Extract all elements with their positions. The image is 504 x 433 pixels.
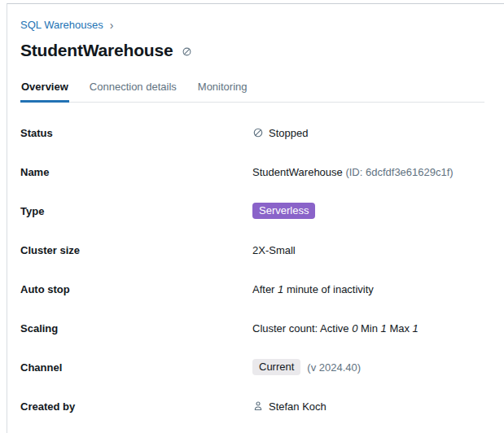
scaling-min-count: 1 bbox=[381, 322, 387, 335]
breadcrumb-link-sql-warehouses[interactable]: SQL Warehouses bbox=[20, 19, 103, 32]
warehouse-detail-panel: SQL Warehouses › StudentWarehouse Overvi… bbox=[7, 3, 504, 433]
row-status: Status Stopped bbox=[20, 113, 484, 152]
row-cluster-size: Cluster size 2X-Small bbox=[20, 230, 484, 269]
scaling-value: Cluster count: Active 0 Min 1 Max 1 bbox=[252, 322, 419, 335]
scaling-max-label: Max bbox=[387, 322, 413, 335]
channel-badge: Current bbox=[252, 359, 300, 375]
row-type: Type Serverless bbox=[20, 191, 484, 230]
tab-monitoring[interactable]: Monitoring bbox=[197, 77, 248, 102]
page-header: StudentWarehouse bbox=[20, 39, 484, 62]
auto-stop-minutes: 1 bbox=[278, 283, 283, 295]
cluster-size-label: Cluster size bbox=[20, 244, 252, 256]
created-by-value: Stefan Koch bbox=[252, 400, 327, 413]
channel-value: Current (v 2024.40) bbox=[252, 359, 361, 375]
channel-label: Channel bbox=[20, 361, 252, 374]
created-by-label: Created by bbox=[20, 400, 252, 413]
user-icon bbox=[252, 400, 264, 412]
warehouse-id-text: (ID: 6dcfdf3e61629c1f) bbox=[343, 166, 454, 178]
type-value: Serverless bbox=[252, 203, 315, 219]
tab-bar: Overview Connection details Monitoring bbox=[20, 77, 484, 103]
cluster-size-text: 2X-Small bbox=[252, 244, 296, 256]
auto-stop-label: Auto stop bbox=[20, 283, 252, 295]
tab-overview[interactable]: Overview bbox=[20, 77, 69, 102]
name-value: StudentWarehouse (ID: 6dcfdf3e61629c1f) bbox=[252, 166, 454, 178]
auto-stop-suffix: minute of inactivity bbox=[283, 283, 374, 295]
scaling-min-label: Min bbox=[357, 322, 380, 335]
circle-slash-icon bbox=[182, 46, 192, 57]
row-scaling: Scaling Cluster count: Active 0 Min 1 Ma… bbox=[20, 308, 484, 348]
row-name: Name StudentWarehouse (ID: 6dcfdf3e61629… bbox=[20, 152, 484, 191]
scaling-max-count: 1 bbox=[413, 322, 419, 335]
status-label: Status bbox=[20, 127, 252, 139]
tab-connection-details[interactable]: Connection details bbox=[89, 77, 177, 102]
row-channel: Channel Current (v 2024.40) bbox=[20, 348, 484, 387]
serverless-badge: Serverless bbox=[252, 203, 315, 219]
row-created-by: Created by Stefan Koch bbox=[20, 387, 484, 426]
page-title: StudentWarehouse bbox=[20, 39, 173, 62]
type-label: Type bbox=[20, 205, 252, 217]
status-value: Stopped bbox=[252, 127, 308, 139]
created-by-name-text: Stefan Koch bbox=[269, 400, 327, 413]
channel-version-text: (v 2024.40) bbox=[307, 361, 361, 374]
row-auto-stop: Auto stop After 1 minute of inactivity bbox=[20, 269, 484, 308]
breadcrumb: SQL Warehouses › bbox=[20, 19, 484, 32]
chevron-right-icon: › bbox=[110, 20, 114, 31]
circle-slash-icon bbox=[252, 127, 264, 138]
auto-stop-value: After 1 minute of inactivity bbox=[252, 283, 374, 295]
scaling-prefix: Cluster count: Active bbox=[252, 322, 352, 335]
warehouse-name-text: StudentWarehouse bbox=[252, 166, 343, 178]
scaling-label: Scaling bbox=[20, 322, 252, 335]
name-label: Name bbox=[20, 166, 252, 178]
scaling-active-count: 0 bbox=[352, 322, 357, 335]
cluster-size-value: 2X-Small bbox=[252, 244, 296, 256]
overview-details: Status Stopped Name StudentWarehouse (ID… bbox=[20, 113, 484, 426]
auto-stop-prefix: After bbox=[252, 283, 278, 295]
status-text: Stopped bbox=[269, 127, 308, 139]
